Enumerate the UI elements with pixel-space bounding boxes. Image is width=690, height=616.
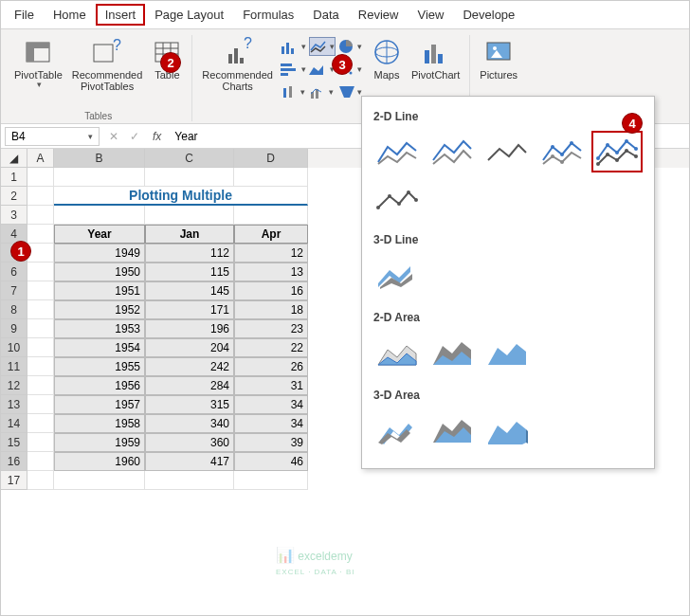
stock-chart-button[interactable]: ▾ (281, 82, 307, 101)
cell-jan[interactable]: 145 (145, 281, 234, 300)
cell-apr[interactable]: 23 (234, 319, 308, 338)
row-14[interactable]: 14 (1, 414, 27, 433)
column-chart-button[interactable]: ▾ (281, 37, 307, 56)
col-B[interactable]: B (54, 149, 145, 168)
cell-jan[interactable]: 196 (145, 319, 234, 338)
cancel-icon[interactable]: ✕ (103, 130, 124, 143)
area-opt-2[interactable] (427, 332, 478, 373)
fx-icon[interactable]: fx (145, 130, 169, 143)
enter-icon[interactable]: ✓ (124, 130, 145, 143)
cell-year[interactable]: 1957 (54, 395, 145, 414)
line-chart-button[interactable]: ▾ (309, 37, 336, 56)
header-year[interactable]: Year (54, 225, 145, 244)
row-3[interactable]: 3 (1, 206, 27, 225)
name-box[interactable]: B4▾ (5, 127, 100, 146)
area3d-opt-2[interactable] (427, 409, 478, 451)
tab-data[interactable]: Data (303, 4, 348, 26)
pie-chart-button[interactable]: ▾ (337, 37, 364, 56)
line-chart-opt-1[interactable] (372, 131, 423, 172)
cell-year[interactable]: 1956 (54, 376, 145, 395)
cell-year[interactable]: 1959 (54, 433, 145, 452)
row-6[interactable]: 6 (1, 263, 27, 281)
cell-jan[interactable]: 112 (145, 244, 234, 263)
col-A[interactable]: A (27, 149, 54, 168)
svg-rect-34 (431, 45, 436, 63)
row-7[interactable]: 7 (1, 281, 27, 300)
cell-jan[interactable]: 284 (145, 376, 234, 395)
cell-apr[interactable]: 22 (234, 338, 308, 357)
cell-jan[interactable]: 115 (145, 263, 234, 281)
svg-point-42 (551, 154, 554, 158)
tab-pagelayout[interactable]: Page Layout (145, 4, 233, 26)
line3d-opt-1[interactable] (372, 254, 423, 296)
tab-formulas[interactable]: Formulas (233, 4, 303, 26)
row-2[interactable]: 2 (1, 187, 27, 206)
tab-home[interactable]: Home (44, 4, 96, 26)
title-cell[interactable]: Plotting Multiple (54, 187, 308, 206)
line-chart-opt-4[interactable] (536, 131, 588, 172)
recommended-pivottables-button[interactable]: ? Recommended PivotTables (68, 35, 147, 109)
cell-year[interactable]: 1958 (54, 414, 145, 433)
cell-apr[interactable]: 34 (234, 414, 308, 433)
cell-apr[interactable]: 31 (234, 376, 308, 395)
tab-view[interactable]: View (408, 4, 453, 26)
row-8[interactable]: 8 (1, 300, 27, 319)
cell-year[interactable]: 1951 (54, 281, 145, 300)
bar-chart-button[interactable]: ▾ (281, 60, 307, 79)
row-15[interactable]: 15 (1, 433, 27, 452)
cell-apr[interactable]: 16 (234, 281, 308, 300)
area-opt-3[interactable] (481, 332, 533, 373)
line-chart-opt-2[interactable] (427, 131, 478, 172)
cell-jan[interactable]: 315 (145, 395, 234, 414)
cell-apr[interactable]: 13 (234, 263, 308, 281)
header-apr[interactable]: Apr (234, 225, 308, 244)
cell-jan[interactable]: 204 (145, 338, 234, 357)
cell-apr[interactable]: 34 (234, 395, 308, 414)
svg-marker-70 (488, 422, 526, 444)
tab-developer[interactable]: Develope (453, 4, 524, 26)
row-17[interactable]: 17 (1, 471, 27, 490)
combo-chart-button[interactable]: ▾ (309, 82, 336, 101)
row-10[interactable]: 10 (1, 338, 27, 357)
cell-jan[interactable]: 171 (145, 300, 234, 319)
select-all-corner[interactable]: ◢ (1, 149, 27, 168)
tab-insert[interactable]: Insert (96, 4, 146, 26)
row-11[interactable]: 11 (1, 357, 27, 376)
cell-year[interactable]: 1950 (54, 263, 145, 281)
formula-value[interactable]: Year (169, 130, 203, 143)
cell-year[interactable]: 1954 (54, 338, 145, 357)
area3d-opt-3[interactable] (481, 409, 533, 451)
cell-apr[interactable]: 26 (234, 357, 308, 376)
line-chart-opt-6[interactable] (372, 176, 423, 218)
area-opt-1[interactable] (372, 332, 423, 373)
tab-review[interactable]: Review (349, 4, 409, 26)
cell-jan[interactable]: 340 (145, 414, 234, 433)
cell-year[interactable]: 1953 (54, 319, 145, 338)
cell-jan[interactable]: 360 (145, 433, 234, 452)
tab-file[interactable]: File (5, 4, 44, 26)
header-jan[interactable]: Jan (145, 225, 234, 244)
cell-year[interactable]: 1960 (54, 452, 145, 471)
row-13[interactable]: 13 (1, 395, 27, 414)
col-C[interactable]: C (145, 149, 234, 168)
pivottable-button[interactable]: PivotTable▾ (10, 35, 66, 109)
recommended-charts-button[interactable]: ? Recommended Charts (198, 35, 277, 121)
row-12[interactable]: 12 (1, 376, 27, 395)
cell-jan[interactable]: 242 (145, 357, 234, 376)
line-chart-opt-3[interactable] (481, 131, 533, 172)
cell-year[interactable]: 1952 (54, 300, 145, 319)
cell-apr[interactable]: 18 (234, 300, 308, 319)
funnel-chart-button[interactable]: ▾ (337, 82, 364, 101)
row-16[interactable]: 16 (1, 452, 27, 471)
cell-apr[interactable]: 46 (234, 452, 308, 471)
cell-year[interactable]: 1955 (54, 357, 145, 376)
cell-year[interactable]: 1949 (54, 244, 145, 263)
cell-apr[interactable]: 39 (234, 433, 308, 452)
cell-jan[interactable]: 417 (145, 452, 234, 471)
cell-apr[interactable]: 12 (234, 244, 308, 263)
area3d-opt-1[interactable] (372, 409, 423, 451)
col-D[interactable]: D (234, 149, 308, 168)
line-chart-opt-5[interactable] (591, 131, 643, 172)
row-9[interactable]: 9 (1, 319, 27, 338)
row-1[interactable]: 1 (1, 168, 27, 187)
